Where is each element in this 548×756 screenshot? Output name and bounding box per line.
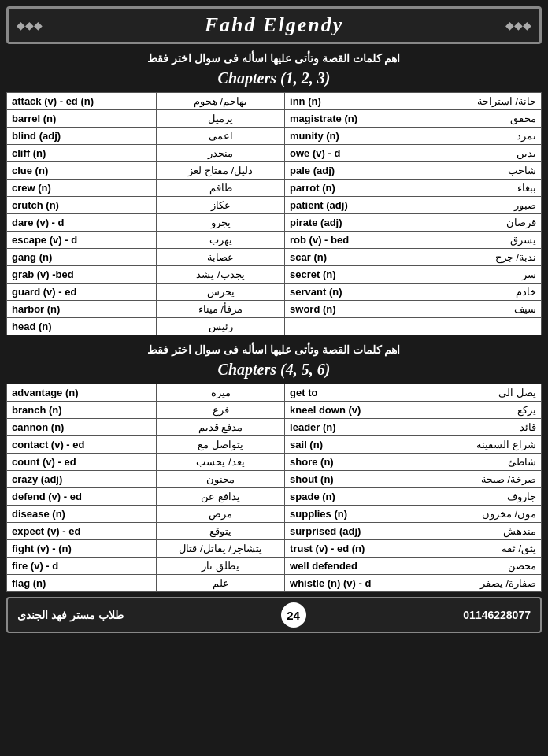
arabic-meaning bbox=[413, 318, 542, 335]
arabic-meaning: حانة/ استراحة bbox=[413, 93, 542, 110]
table-row: head (n) رئيس bbox=[7, 318, 542, 335]
english-word: crazy (adj) bbox=[7, 471, 157, 488]
english-word: clue (n) bbox=[7, 162, 157, 180]
english-word: head (n) bbox=[7, 318, 157, 335]
table-row: attack (v) - ed (n) يهاجم/ هجوم inn (n) … bbox=[7, 93, 542, 110]
arabic-translation: مرض bbox=[157, 506, 285, 523]
arabic-translation: يتشاجر/ يقاتل/ قتال bbox=[157, 540, 285, 558]
english-word-2: parrot (n) bbox=[285, 180, 413, 197]
section2-subtitle: اهم كلمات القصة وتأتى عليها اسأله فى سوا… bbox=[6, 340, 542, 359]
arabic-translation: يعد/ يحسب bbox=[157, 454, 285, 471]
arabic-meaning: ببغاء bbox=[413, 180, 542, 197]
table-row: cliff (n) منحدر owe (v) - d يدين bbox=[7, 145, 542, 162]
english-word: crutch (n) bbox=[7, 197, 157, 214]
arabic-meaning: يصل الى bbox=[413, 384, 542, 402]
section1-title: Chapters (1, 2, 3) bbox=[6, 68, 542, 92]
arabic-meaning: خادم bbox=[413, 284, 542, 301]
table-row: crutch (n) عكاز patient (adj) صبور bbox=[7, 197, 542, 214]
arabic-translation: علم bbox=[157, 575, 285, 592]
table-row: fire (v) - d يطلق نار well defended محصن bbox=[7, 558, 542, 575]
arabic-meaning: يدين bbox=[413, 145, 542, 162]
arabic-translation: طاقم bbox=[157, 180, 285, 197]
english-word: guard (v) - ed bbox=[7, 284, 157, 301]
arabic-meaning: يثق/ ثقة bbox=[413, 540, 542, 558]
table-row: disease (n) مرض supplies (n) مون/ مخزون bbox=[7, 506, 542, 523]
english-word: crew (n) bbox=[7, 180, 157, 197]
arabic-meaning: صفارة/ يصفر bbox=[413, 575, 542, 592]
english-word-2: secret (n) bbox=[285, 266, 413, 284]
table-row: flag (n) علم whistle (n) (v) - d صفارة/ … bbox=[7, 575, 542, 592]
english-word-2: rob (v) - bed bbox=[285, 232, 413, 249]
english-word-2: shore (n) bbox=[285, 454, 413, 471]
english-word: gang (n) bbox=[7, 249, 157, 266]
arabic-translation: مدفع قديم bbox=[157, 419, 285, 436]
footer-right: 01146228077 bbox=[463, 609, 531, 621]
english-word-2: spade (n) bbox=[285, 488, 413, 506]
arabic-meaning: شاحب bbox=[413, 162, 542, 180]
english-word-2: pale (adj) bbox=[285, 162, 413, 180]
english-word-2: scar (n) bbox=[285, 249, 413, 266]
english-word: cannon (n) bbox=[7, 419, 157, 436]
arabic-translation: مجنون bbox=[157, 471, 285, 488]
section-2: اهم كلمات القصة وتأتى عليها اسأله فى سوا… bbox=[6, 340, 542, 592]
table-row: crazy (adj) مجنون shout (n) صرخة/ صيحة bbox=[7, 471, 542, 488]
table-row: blind (adj) اعمى munity (n) تمرد bbox=[7, 128, 542, 145]
arabic-translation: يحرس bbox=[157, 284, 285, 301]
arabic-meaning: يسرق bbox=[413, 232, 542, 249]
arabic-meaning: قائد bbox=[413, 419, 542, 436]
arabic-translation: رئيس bbox=[157, 318, 285, 335]
english-word: escape (v) - d bbox=[7, 232, 157, 249]
english-word: attack (v) - ed (n) bbox=[7, 93, 157, 110]
arabic-meaning: يركع bbox=[413, 402, 542, 419]
table-row: defend (v) - ed يدافع عن spade (n) جاروف bbox=[7, 488, 542, 506]
english-word: grab (v) -bed bbox=[7, 266, 157, 284]
arabic-translation: يهرب bbox=[157, 232, 285, 249]
english-word-2: owe (v) - d bbox=[285, 145, 413, 162]
arabic-meaning: ندبة/ جرح bbox=[413, 249, 542, 266]
english-word: fire (v) - d bbox=[7, 558, 157, 575]
english-word-2: pirate (adj) bbox=[285, 214, 413, 232]
english-word-2: magistrate (n) bbox=[285, 110, 413, 128]
arabic-meaning: مندهش bbox=[413, 523, 542, 540]
section-1: اهم كلمات القصة وتأتى عليها اسأله فى سوا… bbox=[6, 49, 542, 335]
table-row: barrel (n) يرميل magistrate (n) محقق bbox=[7, 110, 542, 128]
english-word-2: kneel down (v) bbox=[285, 402, 413, 419]
table-row: dare (v) - d يجرو pirate (adj) قرصان bbox=[7, 214, 542, 232]
table-row: count (v) - ed يعد/ يحسب shore (n) شاطئ bbox=[7, 454, 542, 471]
table-row: crew (n) طاقم parrot (n) ببغاء bbox=[7, 180, 542, 197]
arabic-meaning: صرخة/ صيحة bbox=[413, 471, 542, 488]
english-word-2: well defended bbox=[285, 558, 413, 575]
arabic-meaning: سر bbox=[413, 266, 542, 284]
table-row: grab (v) -bed يجذب/ يشد secret (n) سر bbox=[7, 266, 542, 284]
arabic-translation: يهاجم/ هجوم bbox=[157, 93, 285, 110]
english-word: dare (v) - d bbox=[7, 214, 157, 232]
english-word-2: surprised (adj) bbox=[285, 523, 413, 540]
english-word-2: trust (v) - ed (n) bbox=[285, 540, 413, 558]
table-row: contact (v) - ed يتواصل مع sail (n) شراع… bbox=[7, 436, 542, 454]
english-word: fight (v) - (n) bbox=[7, 540, 157, 558]
english-word-2: munity (n) bbox=[285, 128, 413, 145]
table-row: clue (n) دليل/ مفتاح لغز pale (adj) شاحب bbox=[7, 162, 542, 180]
english-word-2: inn (n) bbox=[285, 93, 413, 110]
english-word-2: leader (n) bbox=[285, 419, 413, 436]
header-banner: Fahd Elgendy bbox=[6, 6, 542, 44]
arabic-meaning: محقق bbox=[413, 110, 542, 128]
arabic-meaning: سيف bbox=[413, 301, 542, 318]
table-row: escape (v) - d يهرب rob (v) - bed يسرق bbox=[7, 232, 542, 249]
page: Fahd Elgendy اهم كلمات القصة وتأتى عليها… bbox=[0, 0, 548, 639]
table-row: cannon (n) مدفع قديم leader (n) قائد bbox=[7, 419, 542, 436]
arabic-translation: يتوقع bbox=[157, 523, 285, 540]
header-title: Fahd Elgendy bbox=[17, 13, 531, 37]
english-word-2: patient (adj) bbox=[285, 197, 413, 214]
english-word: branch (n) bbox=[7, 402, 157, 419]
english-word: flag (n) bbox=[7, 575, 157, 592]
english-word: defend (v) - ed bbox=[7, 488, 157, 506]
english-word-2: servant (n) bbox=[285, 284, 413, 301]
arabic-translation: يرميل bbox=[157, 110, 285, 128]
english-word-2: whistle (n) (v) - d bbox=[285, 575, 413, 592]
table-row: expect (v) - ed يتوقع surprised (adj) من… bbox=[7, 523, 542, 540]
arabic-meaning: شاطئ bbox=[413, 454, 542, 471]
vocab-table-2: advantage (n) ميزة get to يصل الى branch… bbox=[6, 384, 542, 592]
vocab-table-1: attack (v) - ed (n) يهاجم/ هجوم inn (n) … bbox=[6, 92, 542, 335]
table-row: gang (n) عصابة scar (n) ندبة/ جرح bbox=[7, 249, 542, 266]
